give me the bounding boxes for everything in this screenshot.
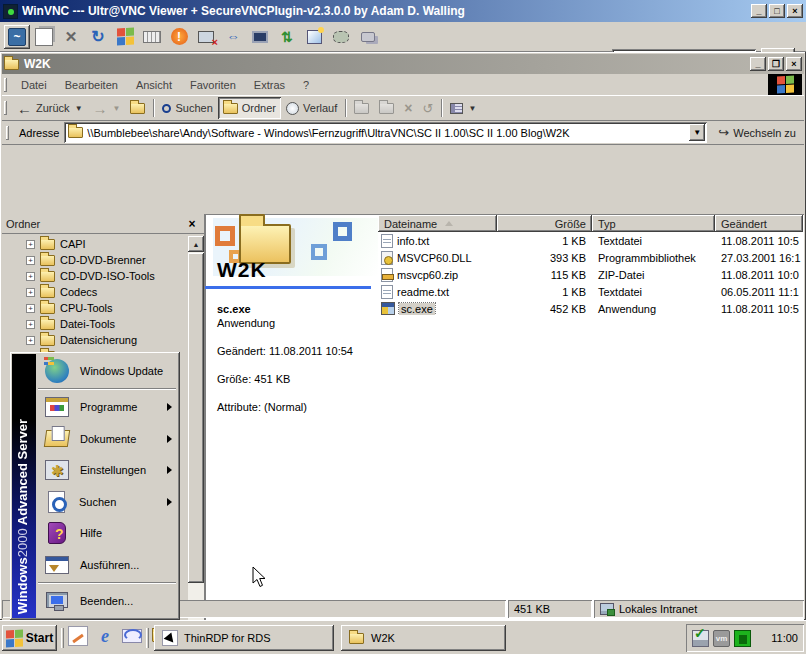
forward-dropdown-icon[interactable]: ▼ — [113, 104, 121, 113]
explorer-titlebar[interactable]: W2K _ ❐ × — [2, 54, 804, 74]
expand-icon[interactable]: + — [26, 256, 35, 265]
menu-datei[interactable]: Datei — [12, 76, 56, 94]
toolbar-grip[interactable] — [4, 101, 7, 115]
tree-item[interactable]: +Codecs — [2, 284, 186, 300]
delete-button[interactable]: × — [399, 97, 417, 119]
tree-item-label[interactable]: Datensicherung — [60, 334, 137, 346]
file-row[interactable]: MSVCP60.DLL 393 KB Programmbibliothek 27… — [378, 249, 803, 266]
tree-item[interactable]: +CD-DVD-ISO-Tools — [2, 268, 186, 284]
go-button[interactable]: ↪ Wechseln zu — [712, 123, 802, 142]
address-path[interactable]: \\Bumblebee\share\Andy\Software - Window… — [87, 127, 685, 139]
views-button[interactable]: ▼ — [445, 97, 481, 119]
tree-item-label[interactable]: CD-DVD-Brenner — [60, 254, 146, 266]
menu-favoriten[interactable]: Favoriten — [181, 76, 245, 94]
menu-extras[interactable]: Extras — [245, 76, 294, 94]
tree-item-label[interactable]: CD-DVD-ISO-Tools — [60, 270, 155, 282]
start-item-einstellungen[interactable]: Einstellungen — [36, 454, 178, 486]
explorer-close-button[interactable]: × — [786, 57, 802, 71]
move-to-button[interactable] — [349, 97, 374, 119]
start-item-suchen[interactable]: Suchen — [36, 486, 178, 518]
file-name[interactable]: sc.exe — [399, 303, 435, 315]
menu-hilfe[interactable]: ? — [294, 76, 318, 94]
connection-status-icon[interactable]: ~ — [4, 25, 30, 49]
task-thinrdp[interactable]: ThinRDP for RDS — [154, 625, 334, 651]
history-button[interactable]: Verlauf — [281, 97, 342, 119]
forward-button[interactable]: → ▼ — [88, 97, 126, 119]
start-item-hilfe[interactable]: Hilfe — [36, 518, 178, 550]
disconnect-icon[interactable] — [193, 25, 219, 49]
fullscreen-icon[interactable]: ⇔ — [220, 25, 246, 49]
undo-button[interactable]: ↺ — [417, 97, 438, 119]
column-header-size[interactable]: Größe — [497, 215, 592, 232]
close-button[interactable]: × — [787, 4, 803, 18]
tree-item-label[interactable]: CPU-Tools — [60, 302, 113, 314]
vnc-server-icon[interactable] — [734, 630, 751, 647]
column-header-name[interactable]: Dateiname — [378, 215, 497, 232]
new-connection-icon[interactable] — [301, 25, 327, 49]
explorer-minimize-button[interactable]: _ — [750, 57, 766, 71]
start-item-ausfuehren[interactable]: Ausführen... — [36, 549, 178, 581]
file-name[interactable]: readme.txt — [397, 286, 449, 298]
select-region-icon[interactable] — [328, 25, 354, 49]
tree-item-label[interactable]: Codecs — [60, 286, 97, 298]
show-desktop-icon[interactable] — [68, 626, 88, 646]
internet-explorer-icon[interactable]: e — [95, 626, 115, 646]
up-button[interactable] — [125, 97, 150, 119]
folders-button[interactable]: Ordner — [218, 97, 281, 119]
expand-icon[interactable]: + — [26, 320, 35, 329]
options-icon[interactable]: ✕ — [58, 25, 84, 49]
start-item-dokumente[interactable]: Dokumente — [36, 423, 178, 455]
scroll-up-icon[interactable]: ▲ — [188, 236, 204, 252]
address-dropdown-icon[interactable]: ▼ — [689, 124, 705, 141]
explorer-restore-button[interactable]: ❐ — [768, 57, 784, 71]
vnc-titlebar[interactable]: WinVNC --- Ultr@VNC Viewer + SecureVNCPl… — [0, 0, 806, 22]
toggle-toolbar-icon[interactable] — [31, 25, 57, 49]
file-transfer-icon[interactable]: ⇅ — [274, 25, 300, 49]
scrollbar-thumb[interactable] — [188, 253, 204, 583]
ctrl-alt-del-icon[interactable] — [112, 25, 138, 49]
addressbar-grip[interactable] — [6, 126, 9, 140]
tree-item[interactable]: +Datei-Tools — [2, 316, 186, 332]
tree-close-icon[interactable]: × — [184, 217, 200, 231]
search-button[interactable]: Suchen — [157, 97, 217, 119]
file-name[interactable]: MSVCP60.DLL — [397, 252, 472, 264]
outlook-express-icon[interactable] — [122, 626, 142, 646]
tree-item-label[interactable]: Datei-Tools — [60, 318, 115, 330]
views-dropdown-icon[interactable]: ▼ — [468, 104, 476, 113]
address-combo[interactable]: \\Bumblebee\share\Andy\Software - Window… — [64, 122, 707, 143]
start-item-beenden[interactable]: Beenden... — [36, 585, 178, 618]
back-button[interactable]: ← Zurück ▼ — [12, 97, 88, 119]
start-item-programme[interactable]: Programme — [36, 391, 178, 423]
start-item-windows-update[interactable]: Windows Update — [36, 354, 178, 387]
unplug-hardware-icon[interactable] — [692, 630, 709, 647]
expand-icon[interactable]: + — [26, 240, 35, 249]
expand-icon[interactable]: + — [26, 336, 35, 345]
expand-icon[interactable]: + — [26, 304, 35, 313]
task-w2k[interactable]: W2K — [341, 625, 506, 651]
tree-item[interactable]: +Datensicherung — [2, 332, 186, 348]
menu-bearbeiten[interactable]: Bearbeiten — [56, 76, 127, 94]
remote-monitor-icon[interactable] — [247, 25, 273, 49]
file-row[interactable]: readme.txt 1 KB Textdatei 06.05.2011 11:… — [378, 283, 803, 300]
expand-icon[interactable]: + — [26, 288, 35, 297]
attention-icon[interactable]: ! — [166, 25, 192, 49]
start-button[interactable]: Start — [2, 625, 57, 651]
taskbar-clock[interactable]: 11:00 — [771, 632, 798, 644]
file-row[interactable]: msvcp60.zip 115 KB ZIP-Datei 11.08.2011 … — [378, 266, 803, 283]
file-row[interactable]: info.txt 1 KB Textdatei 11.08.2011 10:5 — [378, 232, 803, 249]
tree-item-label[interactable]: CAPI — [60, 238, 86, 250]
column-header-modified[interactable]: Geändert — [715, 215, 803, 232]
file-row-selected[interactable]: sc.exe 452 KB Anwendung 11.08.2011 10:5 — [378, 300, 803, 317]
expand-icon[interactable]: + — [26, 272, 35, 281]
column-header-type[interactable]: Typ — [592, 215, 715, 232]
tree-item[interactable]: +CAPI — [2, 236, 186, 252]
send-custom-key-icon[interactable] — [139, 25, 165, 49]
tree-item[interactable]: +CPU-Tools — [2, 300, 186, 316]
menubar-grip[interactable] — [4, 78, 7, 92]
chat-icon[interactable] — [355, 25, 381, 49]
maximize-button[interactable]: □ — [769, 4, 785, 18]
file-name[interactable]: msvcp60.zip — [397, 269, 458, 281]
minimize-button[interactable]: _ — [751, 4, 767, 18]
back-dropdown-icon[interactable]: ▼ — [75, 104, 83, 113]
copy-to-button[interactable] — [374, 97, 399, 119]
